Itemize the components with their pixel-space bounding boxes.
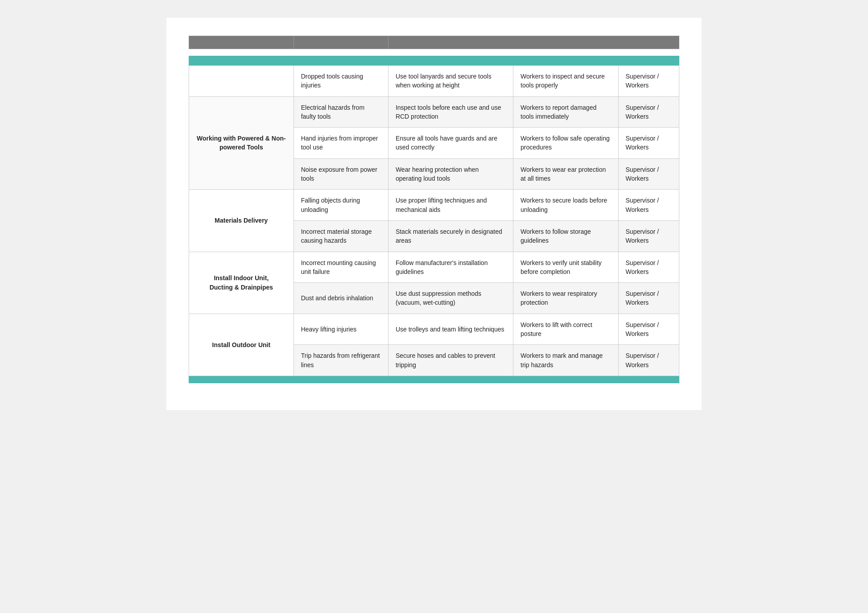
task-cell: Working with Powered & Non-powered Tools bbox=[189, 96, 294, 190]
hazard-cell: Incorrect material storage causing hazar… bbox=[293, 220, 388, 252]
responsible-cell: Supervisor / Workers bbox=[618, 158, 679, 190]
implementation-cell: Workers to mark and manage trip hazards bbox=[513, 345, 618, 376]
table-row: Install Indoor Unit,Ducting & Drainpipes… bbox=[189, 252, 679, 283]
control-cell: Use proper lifting techniques and mechan… bbox=[388, 190, 513, 221]
hazard-cell: Noise exposure from power tools bbox=[293, 158, 388, 190]
subheader-hrcw bbox=[189, 56, 294, 66]
implementation-cell: Workers to verify unit stability before … bbox=[513, 252, 618, 283]
control-cell: Use tool lanyards and secure tools when … bbox=[388, 66, 513, 97]
control-cell: Ensure all tools have guards and are use… bbox=[388, 128, 513, 159]
responsible-cell: Supervisor / Workers bbox=[618, 345, 679, 376]
table-row: Working with Powered & Non-powered Tools… bbox=[189, 96, 679, 128]
table-row: Install Outdoor UnitHeavy lifting injuri… bbox=[189, 314, 679, 345]
implementation-cell: Workers to lift with correct posture bbox=[513, 314, 618, 345]
subheader-control-list bbox=[388, 56, 513, 66]
risk-table: Dropped tools causing injuriesUse tool l… bbox=[189, 36, 679, 376]
header-spacer bbox=[189, 49, 679, 56]
table-row: Dropped tools causing injuriesUse tool l… bbox=[189, 66, 679, 97]
control-cell: Follow manufacturer's installation guide… bbox=[388, 252, 513, 283]
page-container: Dropped tools causing injuriesUse tool l… bbox=[166, 18, 702, 410]
subheader-implementation bbox=[513, 56, 618, 66]
implementation-cell: Workers to follow storage guidelines bbox=[513, 220, 618, 252]
subheader-responsible bbox=[618, 56, 679, 66]
header-controls bbox=[388, 36, 679, 49]
responsible-cell: Supervisor / Workers bbox=[618, 96, 679, 128]
hazard-cell: Dropped tools causing injuries bbox=[293, 66, 388, 97]
control-cell: Stack materials securely in designated a… bbox=[388, 220, 513, 252]
subheader-hazard-list bbox=[293, 56, 388, 66]
hazard-cell: Dust and debris inhalation bbox=[293, 283, 388, 314]
implementation-cell: Workers to wear ear protection at all ti… bbox=[513, 158, 618, 190]
implementation-cell: Workers to follow safe operating procedu… bbox=[513, 128, 618, 159]
responsible-cell: Supervisor / Workers bbox=[618, 128, 679, 159]
hazard-cell: Trip hazards from refrigerant lines bbox=[293, 345, 388, 376]
control-cell: Wear hearing protection when operating l… bbox=[388, 158, 513, 190]
implementation-cell: Workers to report damaged tools immediat… bbox=[513, 96, 618, 128]
responsible-cell: Supervisor / Workers bbox=[618, 190, 679, 221]
task-cell: Install Outdoor Unit bbox=[189, 314, 294, 376]
responsible-cell: Supervisor / Workers bbox=[618, 252, 679, 283]
hazard-cell: Falling objects during unloading bbox=[293, 190, 388, 221]
responsible-cell: Supervisor / Workers bbox=[618, 283, 679, 314]
top-header-row bbox=[189, 36, 679, 49]
bottom-bar bbox=[189, 376, 679, 383]
hazard-cell: Heavy lifting injuries bbox=[293, 314, 388, 345]
implementation-cell: Workers to secure loads before unloading bbox=[513, 190, 618, 221]
task-cell: Install Indoor Unit,Ducting & Drainpipes bbox=[189, 252, 294, 314]
table-body: Dropped tools causing injuriesUse tool l… bbox=[189, 66, 679, 376]
task-cell: Materials Delivery bbox=[189, 190, 294, 252]
control-cell: Use trolleys and team lifting techniques bbox=[388, 314, 513, 345]
responsible-cell: Supervisor / Workers bbox=[618, 220, 679, 252]
implementation-cell: Workers to wear respiratory protection bbox=[513, 283, 618, 314]
hazard-cell: Hand injuries from improper tool use bbox=[293, 128, 388, 159]
control-cell: Use dust suppression methods (vacuum, we… bbox=[388, 283, 513, 314]
implementation-cell: Workers to inspect and secure tools prop… bbox=[513, 66, 618, 97]
table-row: Materials DeliveryFalling objects during… bbox=[189, 190, 679, 221]
hazard-cell: Electrical hazards from faulty tools bbox=[293, 96, 388, 128]
control-cell: Secure hoses and cables to prevent tripp… bbox=[388, 345, 513, 376]
header-hazards bbox=[293, 36, 388, 49]
hazard-cell: Incorrect mounting causing unit failure bbox=[293, 252, 388, 283]
responsible-cell: Supervisor / Workers bbox=[618, 66, 679, 97]
header-tasks bbox=[189, 36, 294, 49]
task-cell bbox=[189, 66, 294, 97]
sub-header-row bbox=[189, 56, 679, 66]
control-cell: Inspect tools before each use and use RC… bbox=[388, 96, 513, 128]
responsible-cell: Supervisor / Workers bbox=[618, 314, 679, 345]
